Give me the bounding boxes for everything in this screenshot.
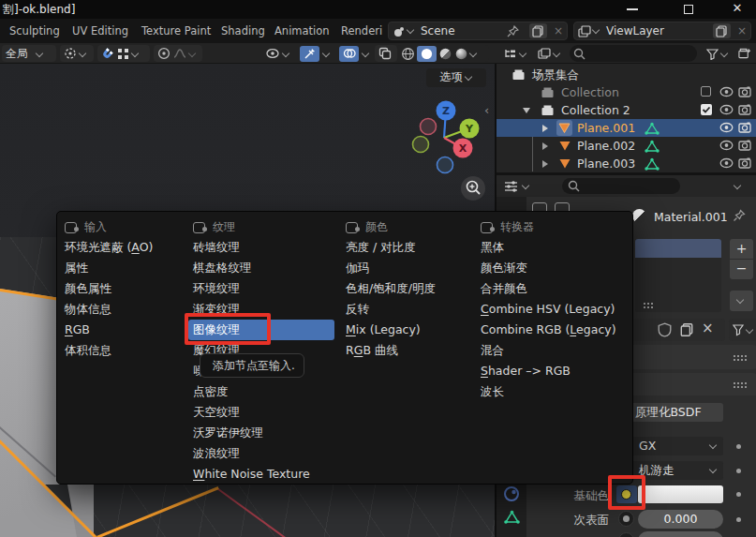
tab-texture-paint[interactable]: Texture Paint <box>141 24 211 37</box>
menu-item[interactable]: 点密度 <box>188 381 338 402</box>
navigation-gizmo[interactable]: Z Y X <box>406 84 484 178</box>
object-data-tab-icon[interactable] <box>504 510 520 525</box>
outliner-row-plane001[interactable]: Plane.001 <box>497 119 756 137</box>
resize-grip[interactable] <box>643 302 655 308</box>
panel-collapse-arrow[interactable]: ‹ <box>484 103 489 117</box>
properties-search[interactable] <box>562 178 680 194</box>
menu-item[interactable]: 环境光遮蔽 (AO) <box>60 237 186 258</box>
gizmos-toggle[interactable] <box>296 45 334 62</box>
tab-rendering[interactable]: Renderi <box>341 24 382 37</box>
base-color-swatch[interactable] <box>638 485 723 503</box>
unlink-x-button[interactable]: × <box>702 320 714 336</box>
wireframe-shading-icon[interactable] <box>401 47 415 61</box>
outliner-row-scene-collection[interactable]: 场景集合 <box>497 66 756 83</box>
pivot-point-dropdown[interactable] <box>60 45 94 62</box>
animate-dot[interactable] <box>736 492 741 497</box>
menu-item[interactable]: 合并颜色 <box>476 278 630 299</box>
menu-item[interactable]: 波长 <box>476 381 630 402</box>
remove-slot-button[interactable]: − <box>730 260 753 279</box>
proportional-icon[interactable] <box>157 47 170 60</box>
menu-item[interactable]: 属性 <box>60 258 186 278</box>
menu-item[interactable]: RGB <box>60 320 186 340</box>
proportional-editing-group[interactable] <box>154 45 202 62</box>
material-name[interactable]: Material.001 <box>654 210 728 224</box>
next-value-field-partial[interactable] <box>638 531 723 537</box>
solid-shading-button[interactable] <box>417 46 437 62</box>
pin-icon[interactable] <box>507 25 519 37</box>
material-tab-icon[interactable] <box>503 485 520 502</box>
axis-neg-z[interactable] <box>437 157 453 173</box>
maximize-button[interactable] <box>676 0 701 18</box>
add-slot-button[interactable]: + <box>730 239 753 259</box>
fake-user-shield-icon[interactable] <box>658 322 672 337</box>
viewlayer-new-button[interactable] <box>713 23 731 38</box>
copy-icon[interactable] <box>679 322 694 337</box>
snap-target-icon[interactable] <box>117 48 129 60</box>
outliner-editor-type-dropdown[interactable] <box>500 45 532 62</box>
outliner-search[interactable] <box>570 45 697 62</box>
properties-options-chevron[interactable] <box>734 183 741 189</box>
menu-item[interactable]: 颜色属性 <box>60 278 186 299</box>
material-slot-selected[interactable] <box>635 239 721 258</box>
menu-item[interactable]: 色相/饱和度/明度 <box>341 278 475 299</box>
viewlayer-name[interactable]: ViewLayer <box>606 24 664 37</box>
menu-item[interactable]: 环境纹理 <box>188 278 338 299</box>
menu-item[interactable]: 黑体 <box>476 237 630 258</box>
animate-dot[interactable] <box>736 444 741 449</box>
viewlayer-selector[interactable]: ViewLayer × <box>573 22 751 40</box>
camera-visibility-icon[interactable] <box>738 140 751 151</box>
hide-eye-icon[interactable] <box>719 140 734 151</box>
object-name[interactable]: Plane.003 <box>577 157 635 171</box>
animate-dot[interactable] <box>736 469 741 473</box>
expand-arrow[interactable] <box>542 125 548 132</box>
outliner-row-collection[interactable]: Collection <box>497 83 756 101</box>
outliner-row-collection2[interactable]: Collection 2 <box>497 101 756 119</box>
hide-eye-icon[interactable] <box>719 104 734 115</box>
expand-arrow[interactable] <box>542 160 548 168</box>
expand-arrow[interactable] <box>542 142 548 150</box>
menu-item[interactable]: 亮度 / 对比度 <box>341 237 475 258</box>
menu-item[interactable]: 沃罗诺伊纹理 <box>188 423 338 443</box>
exclude-checkbox-checked[interactable] <box>701 104 712 115</box>
hide-eye-icon[interactable] <box>719 157 734 169</box>
outliner-row-plane003[interactable]: Plane.003 <box>497 155 756 172</box>
drag-dots[interactable] <box>733 381 749 388</box>
object-name[interactable]: Plane.002 <box>577 139 635 153</box>
next-socket-partial[interactable] <box>618 532 634 537</box>
subsurface-socket-toggle[interactable] <box>618 511 634 527</box>
axis-neg-x[interactable] <box>421 119 437 135</box>
menu-item[interactable]: White Noise Texture <box>188 464 338 485</box>
menu-item[interactable]: 天空纹理 <box>188 402 338 423</box>
menu-item[interactable]: Mix (Legacy) <box>341 320 475 340</box>
camera-visibility-icon[interactable] <box>738 122 751 133</box>
new-collection-button[interactable] <box>734 45 755 62</box>
viewlayer-browse-chevron[interactable] <box>593 27 600 34</box>
menu-item[interactable]: RGB 曲线 <box>341 340 475 361</box>
pin-icon[interactable] <box>733 209 746 222</box>
transform-orientation-dropdown[interactable]: 全局 <box>2 45 56 62</box>
outliner-row-plane002[interactable]: Plane.002 <box>497 137 756 155</box>
menu-item[interactable]: 砖墙纹理 <box>188 237 338 258</box>
menu-item[interactable]: Combine HSV (Legacy) <box>476 299 630 320</box>
camera-visibility-icon[interactable] <box>738 157 751 169</box>
menu-item[interactable]: 物体信息 <box>60 299 186 320</box>
properties-editor-icon[interactable] <box>504 180 518 192</box>
overlays-toggle[interactable] <box>335 45 373 62</box>
tab-sculpting[interactable]: Sculpting <box>9 24 60 37</box>
scene-name[interactable]: Scene <box>421 24 455 37</box>
hide-eye-icon[interactable] <box>719 86 734 97</box>
scene-selector[interactable]: Scene × <box>388 22 568 40</box>
outliner-display-mode-dropdown[interactable] <box>534 45 566 62</box>
exclude-checkbox[interactable] <box>701 86 711 97</box>
menu-item[interactable]: Shader –> RGB <box>476 361 630 381</box>
menu-item[interactable]: 体积信息 <box>60 340 186 361</box>
falloff-icon[interactable] <box>173 48 186 59</box>
menu-item[interactable]: 棋盘格纹理 <box>188 258 338 278</box>
animate-dot[interactable] <box>736 517 741 522</box>
object-name[interactable]: Plane.001 <box>577 121 635 135</box>
rendered-shading-icon[interactable] <box>454 47 468 61</box>
slot-specials-button[interactable] <box>730 291 753 311</box>
menu-item[interactable]: 反转 <box>341 299 475 320</box>
expand-arrow[interactable] <box>523 108 530 113</box>
hide-eye-icon[interactable] <box>719 122 734 133</box>
